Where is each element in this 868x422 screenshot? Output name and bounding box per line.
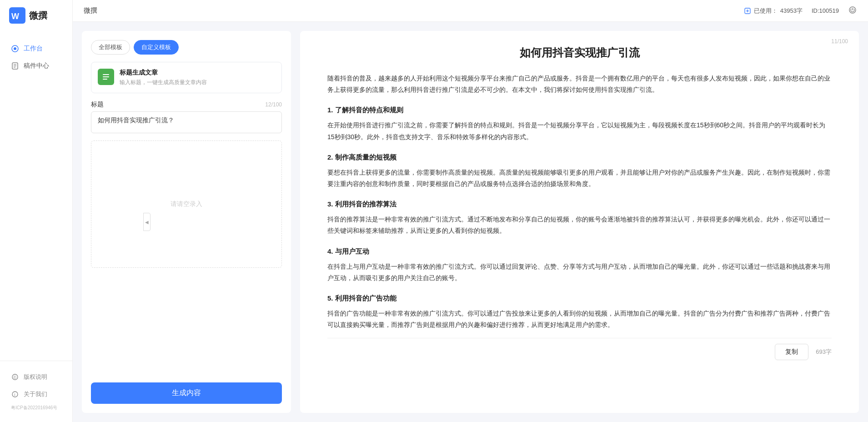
template-card-icon: [98, 69, 114, 85]
svg-rect-18: [103, 79, 107, 80]
generate-button[interactable]: 生成内容: [91, 382, 282, 404]
title-label-row: 标题 12/100: [91, 100, 282, 109]
template-card-info: 标题生成文章 输入标题，一键生成高质量文章内容: [120, 69, 275, 86]
doc-paragraph-0: 随着抖音的普及，越来越多的人开始利用这个短视频分享平台来推广自己的产品或服务。抖…: [327, 73, 832, 95]
usage-icon: [744, 7, 751, 15]
workbench-icon: [11, 45, 19, 53]
sidebar-item-drafts-label: 稿件中心: [24, 62, 49, 70]
svg-text:©: ©: [14, 375, 17, 380]
page-count: 11/100: [831, 38, 848, 45]
doc-content: 随着抖音的普及，越来越多的人开始利用这个短视频分享平台来推广自己的产品或服务。抖…: [327, 73, 832, 331]
top-header: 微撰 已使用： 43953字 ID:100519: [73, 0, 868, 22]
left-panel: 全部模板 自定义模板 标题生成文章 输入标题，一键生成高质量文章内容: [82, 31, 291, 413]
doc-paragraph-2: 在开始使用抖音进行推广引流之前，你需要了解抖音的特点和规则。抖音是一个短视频分享…: [327, 120, 832, 142]
content-area: ◀ 全部模板 自定义模板 标题生成文章 输入标题，一键生成高质量文章内容: [73, 22, 868, 422]
sidebar: W 微撰 工作台 稿件中心: [0, 0, 73, 422]
user-id: ID:100519: [812, 7, 839, 14]
sidebar-item-about[interactable]: i 关于我们: [0, 386, 72, 403]
sidebar-item-workbench[interactable]: 工作台: [0, 40, 72, 57]
right-bottom-bar: 复制 693字: [327, 338, 832, 360]
keyword-input[interactable]: 请请空录入: [91, 141, 282, 268]
tab-all-templates[interactable]: 全部模板: [91, 40, 130, 55]
doc-heading-5: 3. 利用抖音的推荐算法: [327, 198, 832, 210]
header-title: 微撰: [84, 6, 97, 15]
title-input[interactable]: 如何用抖音实现推广引流？: [91, 111, 282, 133]
title-char-count: 12/100: [265, 101, 282, 108]
right-panel: 11/100 如何用抖音实现推广引流 随着抖音的普及，越来越多的人开始利用这个短…: [300, 31, 859, 413]
sidebar-item-drafts[interactable]: 稿件中心: [0, 57, 72, 75]
doc-heading-9: 5. 利用抖音的广告功能: [327, 292, 832, 304]
doc-paragraph-6: 抖音的推荐算法是一种非常有效的推广引流方式。通过不断地发布和分享自己的短视频，你…: [327, 214, 832, 236]
copy-button[interactable]: 复制: [775, 344, 808, 360]
drafts-icon: [11, 62, 19, 70]
about-icon: i: [11, 390, 19, 398]
template-card[interactable]: 标题生成文章 输入标题，一键生成高质量文章内容: [91, 62, 282, 93]
doc-paragraph-8: 在抖音上与用户互动是一种非常有效的推广引流方式。你可以通过回复评论、点赞、分享等…: [327, 261, 832, 284]
tab-custom-templates[interactable]: 自定义模板: [134, 40, 179, 55]
svg-text:W: W: [11, 12, 19, 21]
doc-heading-7: 4. 与用户互动: [327, 245, 832, 257]
svg-text:i: i: [15, 392, 15, 397]
collapse-toggle[interactable]: ◀: [143, 213, 151, 231]
usage-count: 43953字: [780, 7, 803, 15]
svg-rect-16: [103, 74, 109, 75]
doc-heading-1: 1. 了解抖音的特点和规则: [327, 104, 832, 116]
doc-title: 如何用抖音实现推广引流: [327, 45, 832, 60]
logo-area: W 微撰: [0, 0, 72, 31]
bottom-nav: © 版权说明 i 关于我们 粤ICP备2022016946号: [0, 361, 72, 422]
doc-paragraph-10: 抖音的广告功能是一种非常有效的推广引流方式。你可以通过广告投放来让更多的人看到你…: [327, 308, 832, 331]
sidebar-item-copyright[interactable]: © 版权说明: [0, 368, 72, 386]
template-tabs: 全部模板 自定义模板: [91, 40, 282, 55]
main-area: 微撰 已使用： 43953字 ID:100519: [73, 0, 868, 422]
doc-paragraph-4: 要想在抖音上获得更多的流量，你需要制作高质量的短视频。高质量的短视频能够吸引更多…: [327, 167, 832, 190]
doc-heading-3: 2. 制作高质量的短视频: [327, 151, 832, 163]
logo-text: 微撰: [29, 10, 47, 22]
usage-info: 已使用： 43953字: [744, 7, 803, 15]
word-count: 693字: [816, 348, 832, 356]
copyright-icon: ©: [11, 373, 19, 381]
usage-label: 已使用：: [754, 7, 778, 15]
sidebar-item-workbench-label: 工作台: [24, 45, 43, 53]
keyword-section: 请请空录入: [91, 141, 282, 268]
logo-icon: W: [9, 7, 25, 24]
icp-text: 粤ICP备2022016946号: [0, 403, 72, 415]
power-icon[interactable]: [848, 5, 857, 16]
about-label: 关于我们: [24, 390, 47, 398]
header-right: 已使用： 43953字 ID:100519: [744, 5, 857, 16]
svg-rect-17: [103, 76, 109, 77]
copyright-label: 版权说明: [24, 373, 47, 381]
title-section: 标题 12/100 如何用抖音实现推广引流？: [91, 100, 282, 133]
nav-section: 工作台 稿件中心: [0, 31, 72, 361]
template-card-desc: 输入标题，一键生成高质量文章内容: [120, 79, 275, 86]
title-label: 标题: [91, 100, 104, 109]
svg-point-3: [14, 47, 16, 50]
template-card-title: 标题生成文章: [120, 69, 275, 77]
